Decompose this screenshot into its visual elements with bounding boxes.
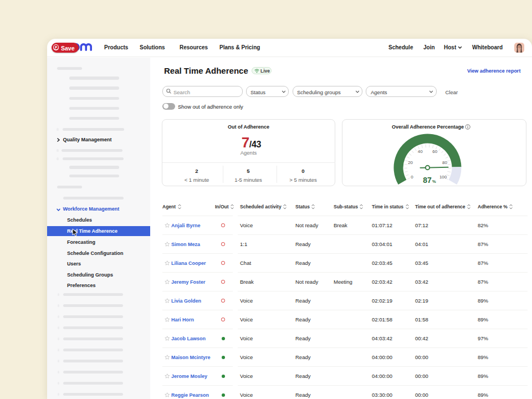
- svg-text:40: 40: [418, 149, 423, 154]
- svg-text:%: %: [432, 179, 436, 184]
- svg-text:20: 20: [408, 160, 413, 165]
- svg-text:100: 100: [439, 175, 447, 180]
- svg-text:87: 87: [423, 176, 432, 185]
- svg-text:0: 0: [411, 175, 413, 180]
- svg-text:80: 80: [442, 160, 447, 165]
- svg-text:60: 60: [432, 149, 437, 154]
